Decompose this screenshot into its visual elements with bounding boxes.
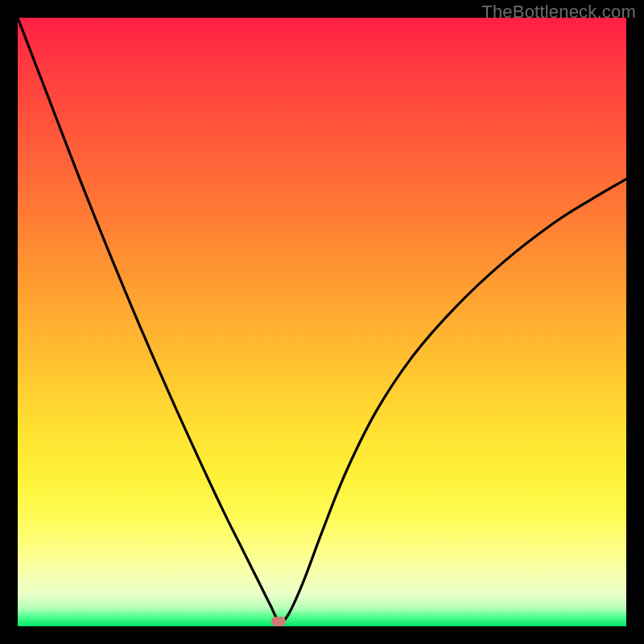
- curve-path: [18, 18, 626, 622]
- watermark-text: TheBottleneck.com: [481, 2, 636, 23]
- plot-area: [18, 18, 626, 626]
- bottleneck-curve: [18, 18, 626, 626]
- chart-frame: TheBottleneck.com: [0, 0, 644, 644]
- minimum-marker: [271, 617, 286, 626]
